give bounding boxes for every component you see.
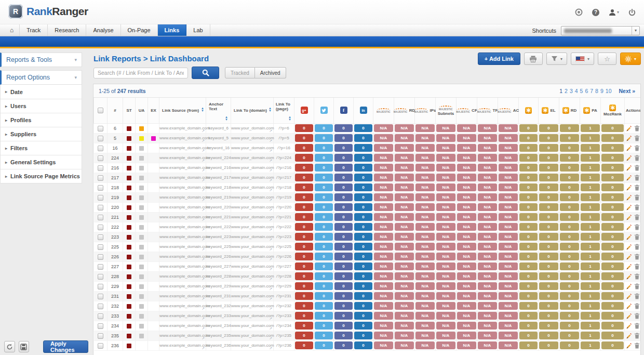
page-6[interactable]: 6 [585, 88, 588, 94]
delete-icon[interactable] [634, 165, 640, 171]
delete-icon[interactable] [634, 185, 640, 191]
sidebar-item-date[interactable]: ▸Date [1, 85, 82, 99]
edit-icon[interactable] [625, 323, 632, 329]
col-moz-pa[interactable]: ∗PA [580, 98, 601, 123]
delete-icon[interactable] [634, 264, 640, 270]
cell-link-source[interactable]: www.example_domain.com↗ [159, 232, 206, 242]
tab-research[interactable]: Research [48, 24, 86, 36]
delete-icon[interactable] [634, 155, 640, 161]
tracked-toggle[interactable]: Tracked [225, 67, 255, 78]
sidebar-item-suppliers[interactable]: ▸Suppliers [1, 127, 82, 141]
row-checkbox[interactable] [98, 234, 103, 240]
delete-icon[interactable] [634, 333, 640, 339]
external-link-icon[interactable]: ↗ [202, 168, 205, 173]
delete-icon[interactable] [634, 254, 640, 260]
cell-link-to-domain[interactable]: www.your_domain.com↗ [231, 281, 274, 291]
export-button[interactable]: ▾ [546, 52, 567, 65]
edit-icon[interactable] [625, 313, 632, 319]
sort-desc-icon[interactable]: ▼ [201, 110, 204, 112]
col-majestic-ac[interactable]: MAJESTICAC [498, 98, 519, 123]
row-checkbox[interactable] [98, 225, 103, 230]
print-button[interactable] [524, 52, 543, 65]
page-9[interactable]: 9 [600, 88, 603, 94]
cell-link-to-domain[interactable]: www.your_domain.com↗ [231, 173, 274, 182]
col-majestic-tf[interactable]: MAJESTICTF [477, 98, 498, 123]
cell-link-source[interactable]: www.example_domain.com↗ [159, 123, 206, 133]
cell-link-to-domain[interactable]: www.your_domain.com↗ [231, 182, 274, 192]
external-link-icon[interactable]: ↗ [269, 208, 272, 212]
cell-link-to-domain[interactable]: www.your_domain.com↗ [231, 321, 274, 331]
page-1[interactable]: 1 [559, 88, 562, 94]
external-link-icon[interactable]: ↗ [269, 218, 272, 222]
external-link-icon[interactable]: ↗ [269, 287, 272, 291]
col-ua[interactable]: UA [136, 98, 148, 123]
cell-link-to-domain[interactable]: www.your_domain.com↗ [231, 301, 274, 311]
help-icon[interactable]: ? [592, 9, 599, 16]
external-link-icon[interactable]: ↗ [269, 149, 272, 153]
external-link-icon[interactable]: ↗ [269, 129, 272, 133]
external-link-icon[interactable]: ↗ [269, 178, 272, 182]
edit-icon[interactable] [625, 214, 632, 220]
cell-link-source[interactable]: www.example_domain.com↗ [159, 182, 206, 192]
sidebar-section-report-options[interactable]: Report Options ▾ [0, 70, 82, 85]
rankranger-logo[interactable]: R RankRanger [8, 4, 88, 19]
edit-icon[interactable] [625, 145, 632, 151]
sidebar-item-link-source-page-metrics[interactable]: ▸Link Source Page Metrics [1, 169, 82, 183]
external-link-icon[interactable]: ↗ [202, 307, 205, 311]
delete-icon[interactable] [634, 244, 640, 250]
add-link-button[interactable]: + Add Link [478, 52, 520, 65]
page-3[interactable]: 3 [570, 88, 573, 94]
cell-link-to-domain[interactable]: www.your_domain.com↗ [231, 232, 274, 242]
external-link-icon[interactable]: ↗ [269, 346, 272, 350]
external-link-icon[interactable]: ↗ [202, 277, 205, 281]
external-link-icon[interactable]: ↗ [269, 297, 272, 301]
col-st[interactable]: ST [123, 98, 136, 123]
search-input[interactable] [93, 68, 188, 78]
favorite-button[interactable]: ☆ [598, 52, 616, 65]
delete-icon[interactable] [634, 273, 640, 280]
apply-changes-button[interactable]: Apply Changes [43, 340, 88, 353]
external-link-icon[interactable]: ↗ [202, 208, 205, 212]
cell-link-source[interactable]: www.example_domain.com↗ [159, 331, 206, 340]
cell-link-source[interactable]: www.example_domain.com↗ [159, 311, 206, 321]
col-google-plus[interactable]: g+ [294, 98, 314, 123]
cell-link-to-domain[interactable]: www.your_domain.com↗ [231, 212, 274, 222]
cell-link-to-domain[interactable]: www.your_domain.com↗ [231, 340, 274, 350]
cell-link-to-domain[interactable]: www.your_domain.com↗ [231, 311, 274, 321]
col-ex[interactable]: EX [148, 98, 159, 123]
archived-toggle[interactable]: Archived [255, 67, 286, 78]
col-link-to-domain[interactable]: Link To (domain)▲▼ [231, 98, 274, 123]
external-link-icon[interactable]: ↗ [202, 228, 205, 232]
external-link-icon[interactable]: ↗ [269, 228, 272, 232]
cell-link-to-domain[interactable]: www.your_domain.com↗ [231, 133, 274, 143]
external-link-icon[interactable]: ↗ [202, 198, 205, 202]
delete-icon[interactable] [634, 175, 640, 181]
external-link-icon[interactable]: ↗ [202, 129, 205, 133]
delete-icon[interactable] [634, 204, 640, 211]
external-link-icon[interactable]: ↗ [202, 247, 205, 252]
cell-link-source[interactable]: www.example_domain.com↗ [159, 222, 206, 232]
user-icon[interactable]: ▾ [609, 9, 619, 16]
col-num[interactable]: # [108, 98, 123, 123]
external-link-icon[interactable]: ↗ [202, 257, 205, 261]
tab-lab[interactable]: Lab [186, 24, 210, 36]
edit-icon[interactable] [625, 234, 632, 240]
col-moz-el[interactable]: ∗EL [539, 98, 559, 123]
page-7[interactable]: 7 [590, 88, 593, 94]
cell-link-to-domain[interactable]: www.your_domain.com↗ [231, 261, 274, 271]
col-link-to-page[interactable]: Link To (page)▲▼ [274, 98, 294, 123]
edit-icon[interactable] [625, 293, 632, 299]
external-link-icon[interactable]: ↗ [202, 188, 205, 192]
edit-icon[interactable] [625, 224, 632, 230]
cell-link-source[interactable]: www.example_domain.com↗ [159, 291, 206, 301]
delete-icon[interactable] [634, 194, 640, 201]
select-all-checkbox[interactable] [98, 108, 103, 113]
col-moz-mozrank[interactable]: ∗MozRank [601, 98, 625, 123]
external-link-icon[interactable]: ↗ [269, 267, 272, 271]
delete-icon[interactable] [634, 303, 640, 309]
external-link-icon[interactable]: ↗ [202, 238, 205, 242]
home-tab[interactable]: ⌂ [4, 24, 20, 36]
col-majestic-cf[interactable]: MAJESTICCF [457, 98, 477, 123]
row-checkbox[interactable] [98, 205, 103, 211]
edit-icon[interactable] [625, 125, 632, 132]
